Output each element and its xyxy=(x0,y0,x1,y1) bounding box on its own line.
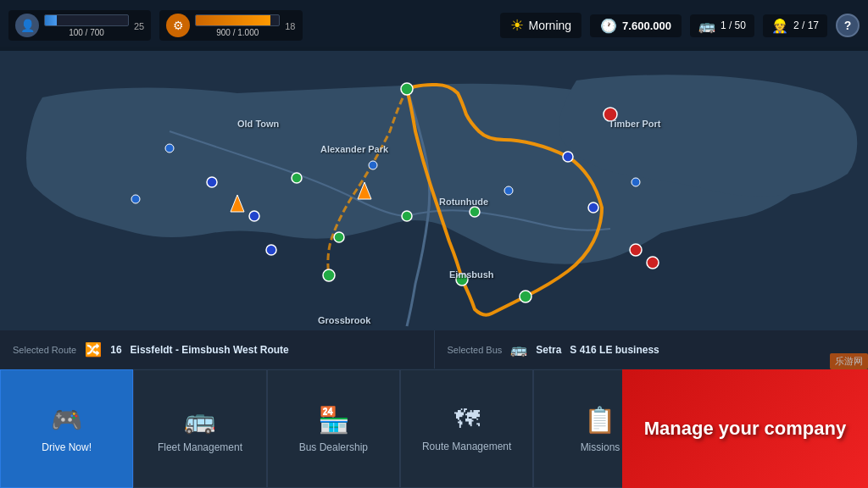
svg-point-19 xyxy=(504,186,513,195)
xp-container: 100 / 700 xyxy=(44,14,129,37)
route-panel-label: Selected Route xyxy=(13,345,76,355)
bus-brand: Setra xyxy=(536,344,561,356)
reputation-block: ⚙ 900 / 1.000 18 xyxy=(159,10,302,41)
svg-point-25 xyxy=(647,257,659,269)
bus-model: S 416 LE business xyxy=(570,344,659,356)
reputation-icon: ⚙ xyxy=(166,14,190,37)
sun-icon: ☀ xyxy=(510,16,524,35)
svg-point-9 xyxy=(207,177,217,187)
xp-bar xyxy=(44,14,129,26)
manage-company-banner: Manage your company xyxy=(622,369,868,488)
map-svg xyxy=(0,47,868,330)
route-name: Eissfeldt - Eimsbush West Route xyxy=(131,344,289,356)
svg-point-3 xyxy=(401,83,413,95)
staff-value: 2 / 17 xyxy=(793,19,819,31)
route-management-button[interactable]: 🗺 Route Management xyxy=(400,369,533,488)
time-label: Morning xyxy=(529,19,572,32)
svg-point-5 xyxy=(323,269,335,281)
svg-point-13 xyxy=(520,291,531,302)
watermark: 乐游网 xyxy=(830,353,868,369)
svg-point-17 xyxy=(131,195,140,203)
player-level: 25 xyxy=(134,21,144,31)
svg-point-15 xyxy=(588,202,598,213)
staff-stat: 👷 2 / 17 xyxy=(763,14,827,37)
help-button[interactable]: ? xyxy=(836,14,860,37)
fleet-icon: 🚌 xyxy=(184,405,215,435)
fleet-label: Fleet Management xyxy=(158,441,242,453)
bus-panel-label: Selected Bus xyxy=(448,345,503,355)
svg-point-4 xyxy=(456,274,468,286)
staff-icon: 👷 xyxy=(771,18,788,34)
route-icon: 🔀 xyxy=(85,341,102,358)
buses-value: 1 / 50 xyxy=(721,19,746,31)
svg-point-6 xyxy=(402,211,412,221)
drive-now-icon: 🎮 xyxy=(51,405,82,435)
selected-bus-panel: Selected Bus 🚌 Setra S 416 LE business xyxy=(435,330,869,369)
bus-icon: 🚌 xyxy=(698,18,715,34)
rep-label: 900 / 1.000 xyxy=(195,28,280,37)
money-display: 🕐 7.600.000 xyxy=(590,14,682,37)
buses-stat: 🚌 1 / 50 xyxy=(690,14,754,37)
drive-now-label: Drive Now! xyxy=(42,441,92,453)
info-bar: Selected Route 🔀 16 Eissfeldt - Eimsbush… xyxy=(0,330,868,369)
watermark-box: 乐游网 xyxy=(830,353,868,369)
clock-icon: 🕐 xyxy=(600,18,617,34)
dealership-icon: 🏪 xyxy=(318,405,349,435)
bus-panel-icon: 🚌 xyxy=(510,341,527,358)
svg-point-20 xyxy=(632,178,640,186)
player-block: 👤 100 / 700 25 xyxy=(8,10,151,41)
money-value: 7.600.000 xyxy=(622,19,671,32)
rep-bar-fill xyxy=(196,15,270,25)
svg-point-18 xyxy=(369,161,377,169)
bus-dealership-button[interactable]: 🏪 Bus Dealership xyxy=(267,369,400,488)
selected-route-panel: Selected Route 🔀 16 Eissfeldt - Eimsbush… xyxy=(0,330,435,369)
route-mgmt-icon: 🗺 xyxy=(454,405,480,434)
route-number: 16 xyxy=(110,344,121,356)
svg-point-7 xyxy=(334,232,344,242)
fleet-management-button[interactable]: 🚌 Fleet Management xyxy=(133,369,266,488)
rep-container: 900 / 1.000 xyxy=(195,14,280,37)
manage-banner-text: Manage your company xyxy=(644,417,846,441)
svg-point-8 xyxy=(266,245,276,255)
dealership-label: Bus Dealership xyxy=(299,441,368,453)
xp-label: 100 / 700 xyxy=(44,28,129,37)
time-display: ☀ Morning xyxy=(500,13,582,38)
svg-point-23 xyxy=(604,108,617,121)
svg-point-11 xyxy=(292,173,302,183)
missions-icon: 📋 xyxy=(584,405,615,435)
player-icon: 👤 xyxy=(15,14,39,37)
svg-point-14 xyxy=(563,152,573,162)
drive-now-button[interactable]: 🎮 Drive Now! xyxy=(0,369,133,488)
xp-bar-fill xyxy=(45,15,57,25)
missions-label: Missions xyxy=(581,441,620,453)
route-mgmt-label: Route Management xyxy=(422,441,511,452)
top-hud: 👤 100 / 700 25 ⚙ 900 / 1.000 18 ☀ Mornin… xyxy=(0,0,868,51)
svg-point-24 xyxy=(630,244,642,256)
svg-point-12 xyxy=(470,207,480,217)
svg-point-16 xyxy=(165,144,174,152)
svg-point-10 xyxy=(249,211,259,221)
rep-bar xyxy=(195,14,280,26)
rep-level: 18 xyxy=(285,21,295,31)
